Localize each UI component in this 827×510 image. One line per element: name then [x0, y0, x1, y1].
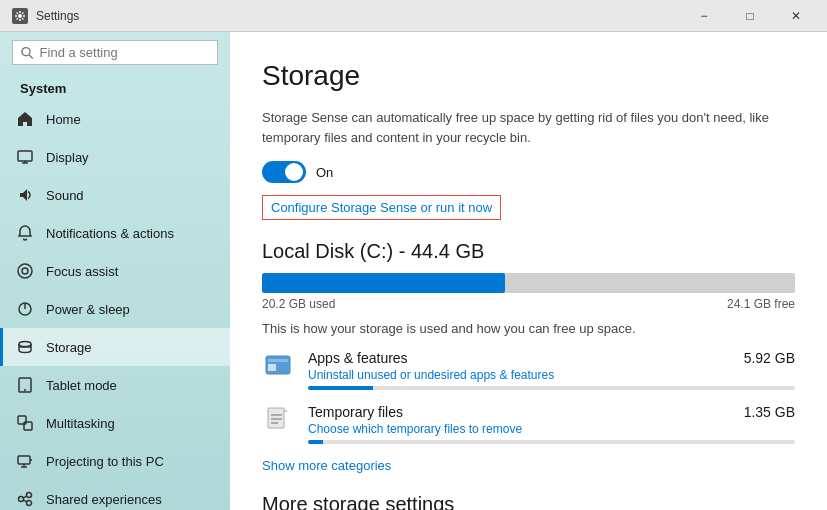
- disk-bar-container: 20.2 GB used 24.1 GB free: [262, 273, 795, 311]
- sidebar-item-display[interactable]: Display: [0, 138, 230, 176]
- storage-item-temp: Temporary files 1.35 GB Choose which tem…: [262, 404, 795, 444]
- svg-point-20: [19, 497, 24, 502]
- svg-point-10: [19, 342, 31, 347]
- svg-rect-16: [18, 456, 30, 464]
- sidebar-label-storage: Storage: [46, 340, 92, 355]
- storage-sense-toggle[interactable]: [262, 161, 306, 183]
- main-content: Storage Storage Sense can automatically …: [230, 32, 827, 510]
- minimize-button[interactable]: −: [681, 0, 727, 32]
- sidebar-section-title: System: [0, 73, 230, 100]
- close-button[interactable]: ✕: [773, 0, 819, 32]
- svg-point-21: [27, 493, 32, 498]
- disk-description: This is how your storage is used and how…: [262, 321, 795, 336]
- more-settings-title: More storage settings: [262, 493, 795, 510]
- sidebar-label-multitasking: Multitasking: [46, 416, 115, 431]
- svg-rect-27: [268, 364, 276, 371]
- temp-item-bar: [308, 440, 795, 444]
- apps-icon: [262, 350, 294, 382]
- notifications-icon: [16, 224, 34, 242]
- local-disk-title: Local Disk (C:) - 44.4 GB: [262, 240, 795, 263]
- temp-icon: [262, 404, 294, 436]
- svg-rect-26: [268, 359, 288, 362]
- sidebar-item-tablet[interactable]: Tablet mode: [0, 366, 230, 404]
- sidebar-item-storage[interactable]: Storage: [0, 328, 230, 366]
- apps-item-size: 5.92 GB: [744, 350, 795, 366]
- disk-bar-track: [262, 273, 795, 293]
- sidebar-item-notifications[interactable]: Notifications & actions: [0, 214, 230, 252]
- storage-item-apps: Apps & features 5.92 GB Uninstall unused…: [262, 350, 795, 390]
- sidebar-label-notifications: Notifications & actions: [46, 226, 174, 241]
- page-title: Storage: [262, 60, 795, 92]
- svg-point-1: [22, 47, 30, 55]
- svg-rect-28: [268, 408, 284, 428]
- sidebar-label-projecting: Projecting to this PC: [46, 454, 164, 469]
- shared-icon: [16, 490, 34, 508]
- title-bar-left: Settings: [12, 8, 79, 24]
- temp-item-sub[interactable]: Choose which temporary files to remove: [308, 422, 795, 436]
- disk-bar-fill: [262, 273, 505, 293]
- sound-icon: [16, 186, 34, 204]
- svg-point-6: [18, 264, 32, 278]
- apps-item-info: Apps & features 5.92 GB Uninstall unused…: [308, 350, 795, 390]
- app-body: System Home Display Sound: [0, 32, 827, 510]
- svg-point-0: [18, 14, 22, 18]
- svg-line-23: [24, 496, 27, 498]
- svg-line-2: [29, 54, 33, 58]
- title-bar: Settings − □ ✕: [0, 0, 827, 32]
- apps-item-bar: [308, 386, 795, 390]
- sidebar-item-home[interactable]: Home: [0, 100, 230, 138]
- svg-marker-29: [284, 408, 288, 412]
- sidebar-item-focus[interactable]: Focus assist: [0, 252, 230, 290]
- temp-item-name: Temporary files: [308, 404, 403, 420]
- toggle-label: On: [316, 165, 333, 180]
- show-more-link[interactable]: Show more categories: [262, 458, 795, 473]
- temp-bar-fill: [308, 440, 323, 444]
- sidebar-label-tablet: Tablet mode: [46, 378, 117, 393]
- projecting-icon: [16, 452, 34, 470]
- apps-item-sub[interactable]: Uninstall unused or undesired apps & fea…: [308, 368, 795, 382]
- sidebar-label-shared: Shared experiences: [46, 492, 162, 507]
- title-bar-controls: − □ ✕: [681, 0, 819, 32]
- focus-icon: [16, 262, 34, 280]
- tablet-icon: [16, 376, 34, 394]
- temp-item-info: Temporary files 1.35 GB Choose which tem…: [308, 404, 795, 444]
- title-bar-title: Settings: [36, 9, 79, 23]
- home-icon: [16, 110, 34, 128]
- apps-item-header: Apps & features 5.92 GB: [308, 350, 795, 366]
- sidebar-item-shared[interactable]: Shared experiences: [0, 480, 230, 510]
- svg-line-24: [24, 500, 27, 502]
- disk-used-label: 20.2 GB used: [262, 297, 335, 311]
- storage-sense-description: Storage Sense can automatically free up …: [262, 108, 795, 147]
- maximize-button[interactable]: □: [727, 0, 773, 32]
- disk-bar-labels: 20.2 GB used 24.1 GB free: [262, 297, 795, 311]
- toggle-row: On: [262, 161, 795, 183]
- sidebar-item-power[interactable]: Power & sleep: [0, 290, 230, 328]
- sidebar-label-display: Display: [46, 150, 89, 165]
- sidebar-item-projecting[interactable]: Projecting to this PC: [0, 442, 230, 480]
- search-box[interactable]: [12, 40, 218, 65]
- search-icon: [21, 46, 34, 60]
- svg-rect-3: [18, 151, 32, 161]
- sidebar-label-focus: Focus assist: [46, 264, 118, 279]
- svg-point-22: [27, 501, 32, 506]
- display-icon: [16, 148, 34, 166]
- sidebar-label-sound: Sound: [46, 188, 84, 203]
- search-input[interactable]: [40, 45, 209, 60]
- disk-free-label: 24.1 GB free: [727, 297, 795, 311]
- apps-item-name: Apps & features: [308, 350, 408, 366]
- power-icon: [16, 300, 34, 318]
- temp-item-size: 1.35 GB: [744, 404, 795, 420]
- multitasking-icon: [16, 414, 34, 432]
- sidebar-item-sound[interactable]: Sound: [0, 176, 230, 214]
- temp-item-header: Temporary files 1.35 GB: [308, 404, 795, 420]
- apps-bar-fill: [308, 386, 373, 390]
- storage-icon: [16, 338, 34, 356]
- sidebar-label-power: Power & sleep: [46, 302, 130, 317]
- sidebar-item-multitasking[interactable]: Multitasking: [0, 404, 230, 442]
- sidebar: System Home Display Sound: [0, 32, 230, 510]
- configure-link[interactable]: Configure Storage Sense or run it now: [262, 195, 501, 220]
- sidebar-label-home: Home: [46, 112, 81, 127]
- svg-point-7: [22, 268, 28, 274]
- settings-app-icon: [12, 8, 28, 24]
